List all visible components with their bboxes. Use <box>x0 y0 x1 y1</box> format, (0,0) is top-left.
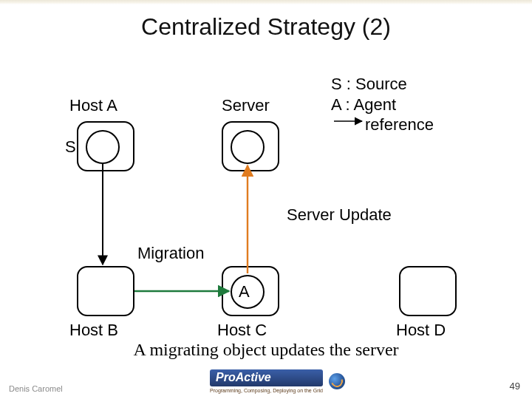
caption: A migrating object updates the server <box>0 340 532 360</box>
box-host-d <box>399 266 457 316</box>
legend-source: S : Source <box>331 74 407 95</box>
decorative-top-bar <box>0 0 532 4</box>
page-title: Centralized Strategy (2) <box>0 13 532 41</box>
proactive-logo: ProActive Programming, Composing, Deploy… <box>210 369 345 393</box>
letter-a: A <box>239 282 250 301</box>
page-number: 49 <box>510 381 520 392</box>
box-host-b <box>77 266 134 316</box>
label-host-a: Host A <box>69 96 117 115</box>
label-server: Server <box>222 96 270 115</box>
label-host-b: Host B <box>69 321 118 340</box>
author-name: Denis Caromel <box>9 384 63 393</box>
logo-text: ProActive <box>210 369 323 386</box>
node-server <box>231 130 265 164</box>
label-host-d: Host D <box>396 321 446 340</box>
legend-agent: A : Agent <box>331 95 396 115</box>
label-host-c: Host C <box>217 321 267 340</box>
globe-icon <box>329 373 345 389</box>
logo-tagline: Programming, Composing, Deploying on the… <box>210 388 323 393</box>
label-server-update: Server Update <box>287 205 392 225</box>
label-migration: Migration <box>137 244 204 263</box>
letter-s: S <box>65 137 76 157</box>
node-s <box>86 130 120 164</box>
legend: S : Source A : Agent reference <box>331 74 434 135</box>
legend-reference: reference <box>365 115 434 135</box>
